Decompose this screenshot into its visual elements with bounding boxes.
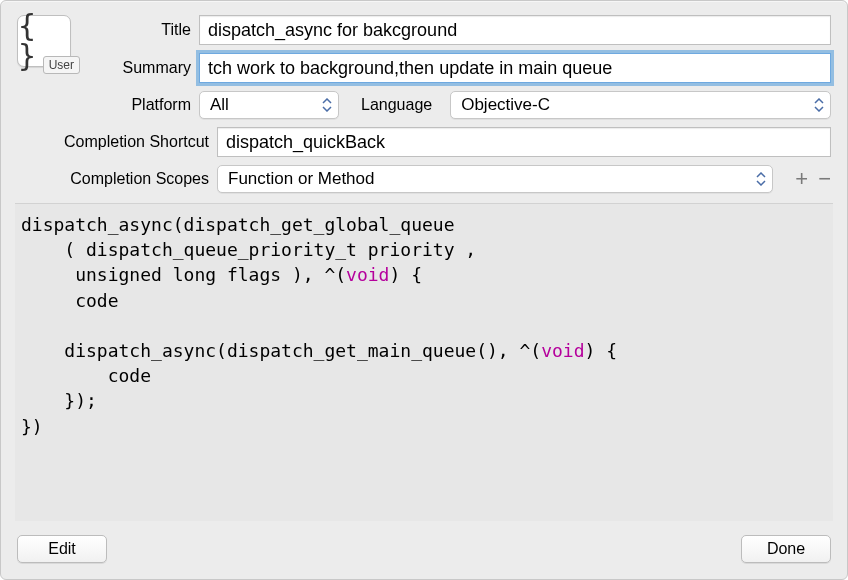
code-preview[interactable]: dispatch_async(dispatch_get_global_queue… [15,203,833,521]
remove-scope-button[interactable]: − [818,168,831,190]
completion-scopes-value: Function or Method [228,169,374,189]
snippet-type-icon[interactable]: { } User [17,15,71,67]
summary-label: Summary [79,59,199,77]
completion-scopes-popup[interactable]: Function or Method [217,165,773,193]
platform-label: Platform [79,96,199,114]
title-input[interactable] [199,15,831,45]
language-popup[interactable]: Objective-C [450,91,831,119]
completion-shortcut-label: Completion Shortcut [17,133,217,151]
completion-shortcut-input[interactable] [217,127,831,157]
stepper-icon [754,168,768,190]
platform-popup[interactable]: All [199,91,339,119]
platform-value: All [210,95,229,115]
footer: Edit Done [17,521,831,563]
summary-input[interactable] [199,53,831,83]
stepper-icon [812,94,826,116]
completion-scopes-label: Completion Scopes [17,170,217,188]
snippet-editor-panel: { } User Title Summary [0,0,848,580]
edit-button[interactable]: Edit [17,535,107,563]
language-label: Language [361,96,432,114]
language-value: Objective-C [461,95,550,115]
title-label: Title [79,21,199,39]
stepper-icon [320,94,334,116]
form-area: { } User Title Summary [17,15,831,197]
done-button[interactable]: Done [741,535,831,563]
add-scope-button[interactable]: + [795,168,808,190]
user-badge: User [43,56,80,74]
